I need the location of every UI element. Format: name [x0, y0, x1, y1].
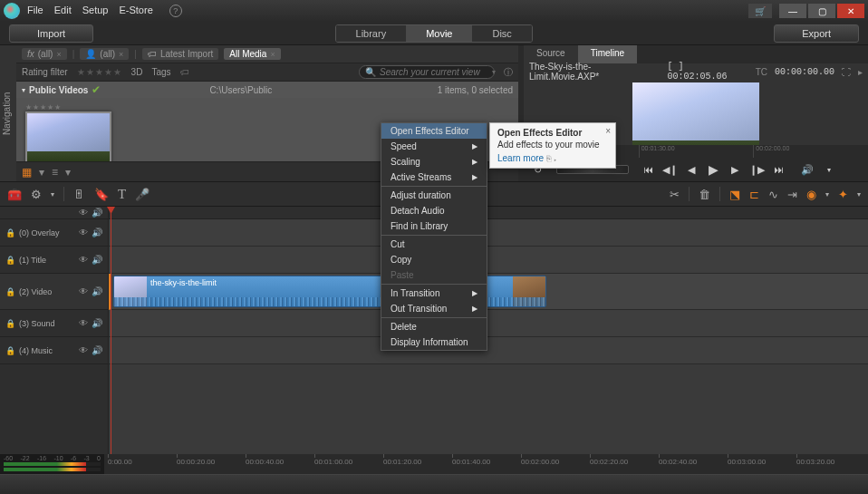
context-menu-item[interactable]: Display Information: [381, 334, 487, 350]
timecode-in[interactable]: [ ] 00:02:05.06: [667, 62, 747, 82]
track-video[interactable]: the-sky-is-the-limit: [109, 274, 868, 310]
lock-icon[interactable]: 🔒: [5, 256, 15, 265]
context-menu-item[interactable]: Speed▶: [381, 139, 487, 154]
search-input[interactable]: [380, 67, 488, 77]
maximize-button[interactable]: ▢: [808, 4, 835, 18]
menu-edit[interactable]: Edit: [54, 5, 72, 17]
eye-icon[interactable]: 👁: [79, 255, 88, 265]
tool-razor-icon[interactable]: ✂: [670, 188, 680, 201]
menu-estore[interactable]: E-Store: [119, 5, 152, 17]
tool-magnet-icon[interactable]: ⊏: [749, 188, 759, 201]
tool-snap-icon[interactable]: ⬔: [729, 188, 740, 201]
tool-toolbox-icon[interactable]: 🧰: [7, 188, 22, 201]
frame-forward-icon[interactable]: ▶: [727, 164, 743, 176]
collapse-icon[interactable]: ▾: [22, 86, 25, 94]
grid-view-icon[interactable]: ▦: [22, 166, 32, 179]
media-thumbnail[interactable]: [25, 111, 111, 161]
track-content[interactable]: the-sky-is-the-limit: [109, 207, 868, 454]
tool-text-icon[interactable]: T: [118, 187, 126, 202]
play-icon[interactable]: ▶: [705, 162, 721, 177]
step-back-icon[interactable]: ◀❙: [661, 164, 678, 176]
step-forward-icon[interactable]: ❙▶: [748, 164, 765, 176]
track-head-sound[interactable]: 🔒(3) Sound👁🔊: [0, 310, 108, 337]
tool-mode-dropdown-icon[interactable]: ▾: [825, 190, 829, 199]
track-head-music[interactable]: 🔒(4) Music👁🔊: [0, 337, 108, 364]
filter-fx[interactable]: fx (all) ×: [22, 48, 67, 60]
track-title[interactable]: [109, 247, 868, 274]
tool-fx-dropdown-icon[interactable]: ▾: [857, 190, 861, 199]
context-menu-item[interactable]: Delete: [381, 319, 487, 334]
expand-icon[interactable]: ▸: [858, 67, 863, 77]
timeline-tab[interactable]: Timeline: [578, 45, 637, 63]
tool-dropdown-icon[interactable]: ▾: [51, 190, 54, 199]
tooltip-link[interactable]: Learn more: [497, 153, 544, 163]
context-menu-item[interactable]: Adjust duration: [381, 188, 487, 203]
eye-icon[interactable]: 👁: [79, 228, 88, 237]
tool-gear-icon[interactable]: ⚙: [31, 188, 42, 201]
context-menu-item[interactable]: Out Transition▶: [381, 301, 487, 316]
media-item[interactable]: ★★★★★ the-sky-is-the-limit: [25, 103, 111, 161]
lock-icon[interactable]: 🔒: [5, 346, 15, 355]
volume-icon[interactable]: 🔊: [799, 164, 815, 176]
3d-filter-label[interactable]: 3D: [131, 67, 143, 77]
tool-marker-icon[interactable]: 🔖: [94, 188, 109, 201]
tool-voiceover-icon[interactable]: 🎤: [135, 188, 149, 201]
rating-stars[interactable]: ★★★★★: [77, 67, 122, 77]
tool-trash-icon[interactable]: 🗑: [699, 188, 710, 201]
tool-mode-icon[interactable]: ◉: [806, 188, 816, 201]
timeline-ruler[interactable]: [109, 207, 868, 219]
goto-end-icon[interactable]: ⏭: [770, 164, 786, 175]
track-head-video[interactable]: 🔒(2) Video👁🔊: [0, 274, 108, 310]
speaker-icon[interactable]: 🔊: [92, 318, 102, 328]
minimize-button[interactable]: —: [779, 4, 806, 18]
lock-icon[interactable]: 🔒: [5, 228, 15, 237]
library-tab[interactable]: Library: [336, 25, 407, 42]
context-menu-item[interactable]: Cut: [381, 237, 487, 252]
tool-link-icon[interactable]: ∿: [768, 188, 778, 201]
speaker-icon[interactable]: 🔊: [92, 255, 102, 265]
help-icon[interactable]: ?: [169, 5, 182, 17]
close-button[interactable]: ✕: [837, 4, 864, 18]
speaker-icon[interactable]: 🔊: [92, 208, 102, 218]
search-box[interactable]: 🔍 ▾: [359, 65, 495, 79]
lock-icon[interactable]: 🔒: [5, 287, 15, 296]
movie-tab[interactable]: Movie: [406, 25, 472, 42]
lock-icon[interactable]: 🔒: [5, 319, 15, 328]
navigation-tab[interactable]: Navigation: [0, 45, 16, 181]
track-sound[interactable]: [109, 310, 868, 337]
speaker-icon[interactable]: 🔊: [92, 228, 102, 237]
folder-header[interactable]: ▾ Public Videos ✔ C:\Users\Public 1 item…: [16, 82, 518, 98]
context-menu-item[interactable]: Find in Library: [381, 218, 487, 234]
thumb-rating[interactable]: ★★★★★: [25, 103, 111, 111]
export-tab[interactable]: Export: [774, 24, 859, 43]
search-dropdown-icon[interactable]: ▾: [492, 68, 496, 76]
goto-start-icon[interactable]: ⏮: [640, 164, 656, 175]
context-menu-item[interactable]: Scaling▶: [381, 154, 487, 170]
audio-meter[interactable]: -60-22-16-10-6-30: [0, 454, 104, 474]
context-menu-item[interactable]: Active Streams▶: [381, 170, 487, 185]
tooltip-close-icon[interactable]: ×: [605, 126, 611, 136]
playhead[interactable]: [111, 207, 111, 454]
cart-icon[interactable]: 🛒: [748, 4, 772, 18]
track-overlay[interactable]: [109, 219, 868, 247]
context-menu-item[interactable]: Detach Audio: [381, 203, 487, 218]
source-tab[interactable]: Source: [524, 45, 578, 63]
tool-ripple-icon[interactable]: ⇥: [787, 188, 797, 201]
eye-icon[interactable]: 👁: [79, 286, 88, 296]
view-dropdown-icon-2[interactable]: ▾: [65, 166, 71, 179]
context-menu-item[interactable]: Open Effects Editor: [381, 123, 487, 139]
disc-tab[interactable]: Disc: [472, 25, 531, 42]
timecode-out[interactable]: 00:00:00.00: [775, 67, 834, 77]
track-music[interactable]: [109, 337, 868, 364]
filter-people[interactable]: 👤 (all) ×: [80, 48, 129, 60]
eye-icon[interactable]: 👁: [79, 208, 88, 218]
filter-all-media[interactable]: All Media ×: [224, 48, 280, 60]
track-head-title[interactable]: 🔒(1) Title👁🔊: [0, 247, 108, 274]
menu-setup[interactable]: Setup: [82, 5, 109, 17]
eye-icon[interactable]: 👁: [79, 318, 88, 328]
time-ruler[interactable]: 0:00.00 00:00:20.00 00:00:40.00 00:01:00…: [104, 454, 868, 474]
context-menu-item[interactable]: In Transition▶: [381, 286, 487, 301]
frame-back-icon[interactable]: ◀: [683, 164, 699, 176]
menu-file[interactable]: File: [27, 5, 43, 17]
volume-dropdown-icon[interactable]: ▾: [821, 166, 837, 174]
